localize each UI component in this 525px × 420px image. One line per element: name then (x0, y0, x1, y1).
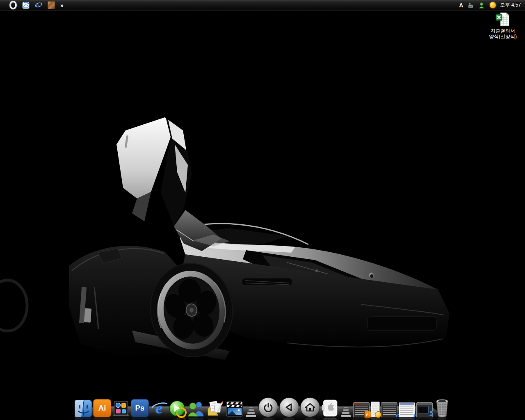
dock-item-photoshop[interactable]: Ps (131, 399, 149, 417)
desktop-icon-excel-form[interactable]: 지출결의서 양식(신양식) (484, 12, 522, 39)
dock-item-minimized-ie-window[interactable]: e (381, 402, 397, 417)
dock-item-minimized-messenger-list-window[interactable] (371, 402, 380, 417)
msn-messenger-icon (187, 400, 205, 417)
tray-clock[interactable]: 오후 4:57 (500, 2, 521, 9)
dock-item-illustrator[interactable]: Ai (93, 399, 111, 417)
window-thumbnail: e (399, 402, 415, 417)
picture-shortcut-icon[interactable] (48, 2, 55, 9)
dock-item-text-documents[interactable] (206, 400, 224, 417)
dock-item-internet-explorer[interactable]: e (150, 399, 168, 417)
dock-item-media-player-orb[interactable] (169, 401, 186, 417)
power-icon (258, 397, 278, 417)
desktop-icon-label-line1: 지출결의서 (484, 28, 522, 34)
quick-launch-overflow-chevron[interactable]: » (60, 2, 63, 9)
window-thumbnail: Ai (353, 402, 370, 417)
quick-launch-area: e » (0, 2, 63, 9)
documents-pencil-icon (206, 400, 224, 417)
dock-item-apps-stack[interactable] (112, 400, 130, 417)
internet-explorer-icon: e (150, 399, 168, 417)
dock-item-apple-box[interactable] (321, 399, 338, 417)
dock-item-home-button[interactable] (300, 397, 320, 417)
dock-separator (340, 403, 352, 417)
dock-item-minimized-illustrator-window[interactable]: Ai (353, 402, 370, 417)
top-menubar: e » A 오후 4:57 (0, 0, 525, 10)
outlook-express-icon[interactable] (22, 2, 30, 9)
window-thumbnail: e (381, 402, 397, 417)
illustrator-badge-icon: Ai (364, 411, 371, 418)
messenger-status-icon[interactable] (478, 2, 485, 9)
dock-items-row: Ai Ps e (75, 397, 450, 417)
apple-box-icon (321, 399, 338, 417)
dock-item-power-button[interactable] (258, 397, 278, 417)
window-thumbnail (371, 402, 380, 417)
media-player-orb-icon (169, 401, 186, 417)
ime-language-indicator[interactable]: A (459, 2, 463, 9)
finder-icon (75, 400, 92, 417)
dock-separator (245, 403, 257, 417)
dock-item-minimized-messenger-chat-window[interactable] (416, 402, 433, 417)
dock-item-trash[interactable] (434, 398, 450, 417)
illustrator-icon: Ai (93, 399, 111, 417)
desktop-icon-label-line2: 양식(신양식) (484, 34, 522, 39)
home-icon (300, 397, 320, 417)
safely-remove-hardware-icon[interactable] (467, 2, 474, 9)
trash-empty-icon (434, 398, 450, 417)
start-ring-icon[interactable] (9, 2, 17, 9)
apps-stack-icon (112, 400, 130, 417)
photoshop-icon: Ps (131, 399, 149, 417)
smiley-badge-icon (375, 411, 381, 418)
dock-item-minimized-ie-page-window[interactable]: e (399, 402, 415, 417)
excel-workbook-icon (495, 12, 510, 27)
wallpaper-car-illustration (0, 0, 525, 420)
dock-item-movie-clapperboard[interactable] (226, 400, 244, 417)
back-arrow-icon (279, 397, 299, 417)
dock-item-msn-messenger[interactable] (187, 400, 205, 417)
window-thumbnail (416, 402, 433, 417)
internet-explorer-icon[interactable]: e (35, 2, 42, 9)
clapperboard-icon (226, 400, 244, 417)
dock-item-finder[interactable] (75, 400, 92, 417)
dock-item-back-button[interactable] (279, 397, 299, 417)
dock: Ai Ps e (0, 388, 525, 420)
messenger-badge-icon (428, 410, 434, 418)
notification-orb-icon[interactable] (489, 2, 496, 9)
system-tray: A 오후 4:57 (459, 2, 525, 9)
